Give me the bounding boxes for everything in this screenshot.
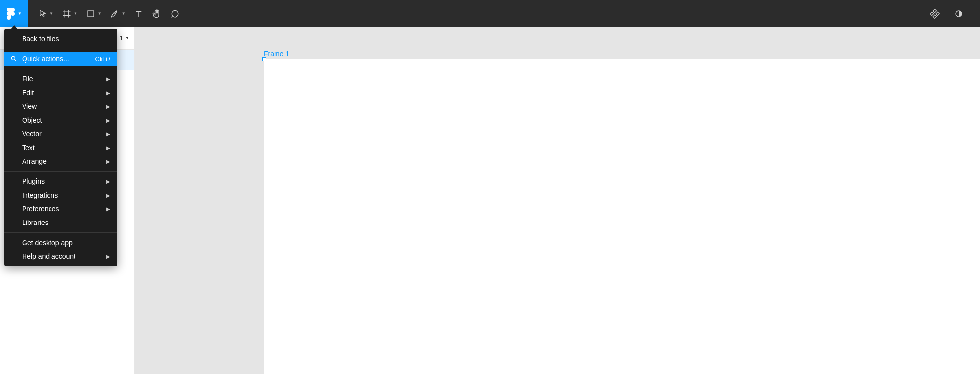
menu-quick-actions[interactable]: Quick actions... Ctrl+/ [4,52,117,66]
svg-point-7 [11,56,15,60]
chevron-right-icon: ▶ [106,131,110,137]
menu-libraries[interactable]: Libraries [4,216,117,229]
chevron-right-icon: ▶ [106,179,110,184]
menu-item-label: Plugins [22,177,45,185]
menu-object[interactable]: Object ▶ [4,113,117,127]
menu-view[interactable]: View ▶ [4,100,117,113]
shape-tool-button[interactable]: ▼ [82,0,105,27]
hand-tool-button[interactable] [148,0,166,27]
svg-rect-2 [933,9,936,12]
menu-item-label: Arrange [22,157,47,165]
toolbar: ▼ ▼ ▼ ▼ ▼ [0,0,980,27]
chevron-right-icon: ▶ [106,254,110,259]
svg-rect-5 [933,15,936,18]
hand-icon [152,9,162,19]
menu-item-label: Edit [22,89,34,97]
menu-arrange[interactable]: Arrange ▶ [4,154,117,168]
chevron-right-icon: ▶ [106,206,110,212]
chevron-right-icon: ▶ [106,90,110,96]
menu-item-label: Integrations [22,191,58,199]
chevron-right-icon: ▶ [106,104,110,109]
chevron-right-icon: ▶ [106,76,110,82]
components-button[interactable] [927,0,943,27]
canvas-frame[interactable] [264,59,980,374]
frame-icon [62,9,71,18]
chevron-down-icon: ▼ [98,11,101,16]
menu-plugins[interactable]: Plugins ▶ [4,175,117,188]
chevron-right-icon: ▶ [106,118,110,123]
svg-rect-3 [930,12,934,15]
chevron-right-icon: ▶ [106,193,110,198]
svg-point-0 [11,12,15,16]
menu-separator [4,232,117,233]
frame-label[interactable]: Frame 1 [264,50,289,58]
menu-text[interactable]: Text ▶ [4,141,117,154]
half-circle-icon [955,9,963,18]
move-tool-button[interactable]: ▼ [34,0,57,27]
chevron-right-icon: ▶ [106,145,110,150]
comment-tool-button[interactable] [167,0,183,27]
left-panel-truncated-label: 1 [120,34,123,42]
svg-rect-1 [88,11,94,17]
menu-get-desktop-app[interactable]: Get desktop app [4,236,117,249]
chevron-down-icon: ▼ [18,11,22,16]
frame-resize-handle[interactable] [262,57,266,61]
svg-rect-4 [936,12,939,15]
menu-separator [4,49,117,49]
menu-separator [4,171,117,172]
menu-item-label: Get desktop app [22,239,73,247]
menu-preferences[interactable]: Preferences ▶ [4,202,117,216]
menu-item-label: View [22,102,37,110]
menu-item-label: Help and account [22,252,75,260]
menu-help-and-account[interactable]: Help and account ▶ [4,249,117,263]
cursor-icon [38,9,47,18]
theme-toggle-button[interactable] [952,0,966,27]
chevron-down-icon: ▼ [74,11,77,16]
menu-item-label: Vector [22,130,42,138]
menu-item-label: Quick actions... [22,55,69,63]
components-icon [930,9,940,19]
toolbar-right [927,0,980,27]
chevron-down-icon: ▼ [126,36,129,40]
main-dropdown-menu: Back to files Quick actions... Ctrl+/ Fi… [4,29,117,266]
menu-item-label: Back to files [22,35,59,43]
text-icon [134,9,143,18]
chevron-right-icon: ▶ [106,159,110,164]
menu-file[interactable]: File ▶ [4,72,117,86]
main-menu-button[interactable]: ▼ [0,0,28,27]
menu-back-to-files[interactable]: Back to files [4,32,117,46]
menu-caret [11,25,18,29]
pen-tool-button[interactable]: ▼ [106,0,129,27]
menu-edit[interactable]: Edit ▶ [4,86,117,100]
frame-tool-button[interactable]: ▼ [58,0,81,27]
menu-item-label: Libraries [22,219,49,226]
figma-logo-icon [7,8,15,20]
comment-icon [171,9,179,18]
menu-integrations[interactable]: Integrations ▶ [4,188,117,202]
menu-item-label: File [22,75,33,83]
menu-item-label: Object [22,116,42,124]
search-icon [10,55,17,62]
menu-item-shortcut: Ctrl+/ [95,55,110,63]
tool-group-left: ▼ ▼ ▼ ▼ [28,0,183,27]
menu-vector[interactable]: Vector ▶ [4,127,117,141]
rectangle-icon [86,9,95,18]
canvas[interactable]: Frame 1 [135,27,980,374]
pen-icon [110,9,119,18]
menu-item-label: Text [22,144,35,151]
chevron-down-icon: ▼ [50,11,53,16]
chevron-down-icon: ▼ [122,11,126,16]
menu-separator [4,69,117,69]
menu-item-label: Preferences [22,205,59,213]
text-tool-button[interactable] [130,0,147,27]
